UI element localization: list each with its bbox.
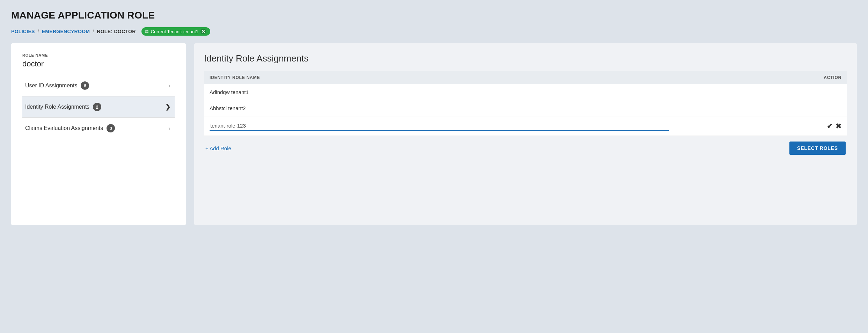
assignment-label-identityrole: Identity Role Assignments (25, 104, 89, 110)
editing-cell[interactable] (204, 116, 674, 136)
role-name-value: doctor (22, 59, 175, 75)
breadcrumb-policies[interactable]: POLICIES (11, 29, 35, 34)
header-section: MANAGE APPLICATION ROLE POLICIES / EMERG… (0, 0, 868, 36)
edit-actions: ✔ ✖ (680, 122, 841, 130)
assignment-item-claims[interactable]: Claims Evaluation Assignments 0 › (22, 118, 175, 139)
tenant-label: Current Tenant: tenant1 (151, 29, 198, 34)
breadcrumb: POLICIES / EMERGENCYROOM / ROLE: DOCTOR … (11, 27, 857, 36)
filter-icon: ⚖ (145, 29, 149, 34)
assignment-item-userid[interactable]: User ID Assignments 6 › (22, 75, 175, 96)
breadcrumb-sep1: / (38, 29, 39, 34)
assignment-left-userid: User ID Assignments 6 (25, 81, 89, 90)
assignment-item-identityrole[interactable]: Identity Role Assignments 2 ❯ (22, 96, 175, 118)
table-footer: + Add Role SELECT ROLES (204, 136, 847, 156)
col-action: ACTION (674, 71, 847, 84)
breadcrumb-sep2: / (93, 29, 94, 34)
main-content: ROLE NAME doctor User ID Assignments 6 ›… (0, 43, 868, 236)
action-cell (674, 84, 847, 100)
action-cell (674, 100, 847, 116)
cancel-edit-button[interactable]: ✖ (836, 122, 841, 130)
table-row-editing: ✔ ✖ (204, 116, 847, 136)
chevron-userid: › (168, 82, 170, 89)
assignment-left-identityrole: Identity Role Assignments 2 (25, 103, 101, 111)
breadcrumb-emergencyroom[interactable]: EMERGENCYROOM (42, 29, 90, 34)
table-row: Adindqw tenant1 (204, 84, 847, 100)
table-header-row: IDENTITY ROLE NAME ACTION (204, 71, 847, 84)
breadcrumb-current: ROLE: DOCTOR (97, 29, 136, 34)
add-role-link[interactable]: + Add Role (205, 145, 231, 151)
role-name-input[interactable] (210, 121, 669, 131)
confirm-edit-button[interactable]: ✔ (827, 122, 833, 130)
col-identity-role-name: IDENTITY ROLE NAME (204, 71, 674, 84)
select-roles-button[interactable]: SELECT ROLES (789, 142, 846, 155)
assignment-badge-claims: 0 (107, 124, 115, 132)
role-table: IDENTITY ROLE NAME ACTION Adindqw tenant… (204, 71, 847, 136)
editing-actions-cell: ✔ ✖ (674, 116, 847, 136)
chevron-identityrole: ❯ (165, 103, 170, 111)
assignment-badge-userid: 6 (81, 81, 89, 90)
left-panel: ROLE NAME doctor User ID Assignments 6 ›… (11, 43, 186, 225)
tenant-badge: ⚖ Current Tenant: tenant1 ✕ (141, 27, 210, 36)
assignment-badge-identityrole: 2 (93, 103, 101, 111)
assignment-label-userid: User ID Assignments (25, 82, 77, 89)
assignment-left-claims: Claims Evaluation Assignments 0 (25, 124, 115, 132)
assignment-list: User ID Assignments 6 › Identity Role As… (22, 75, 175, 139)
assignment-label-claims: Claims Evaluation Assignments (25, 125, 103, 131)
role-name-label: ROLE NAME (22, 53, 175, 57)
right-panel: Identity Role Assignments IDENTITY ROLE … (194, 43, 857, 225)
chevron-claims: › (168, 125, 170, 132)
panel-title: Identity Role Assignments (204, 53, 847, 64)
table-row: Ahhstcl tenant2 (204, 100, 847, 116)
tenant-close-icon[interactable]: ✕ (200, 29, 206, 34)
page-title: MANAGE APPLICATION ROLE (11, 10, 857, 21)
page-wrapper: MANAGE APPLICATION ROLE POLICIES / EMERG… (0, 0, 868, 236)
role-name-cell: Ahhstcl tenant2 (204, 100, 674, 116)
role-name-cell: Adindqw tenant1 (204, 84, 674, 100)
